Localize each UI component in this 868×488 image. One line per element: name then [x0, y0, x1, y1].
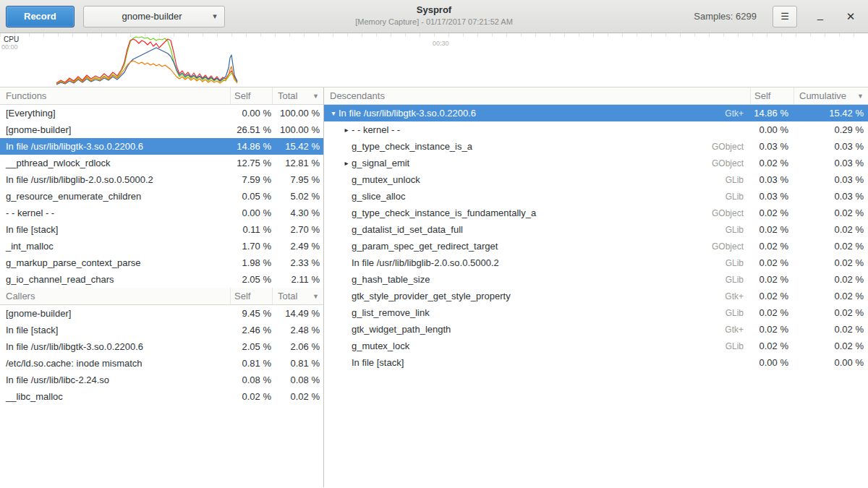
descendant-row[interactable]: g_type_check_instance_is_fundamentally_a…	[324, 205, 868, 221]
headerbar-right: Samples: 6299 ☰ – ✕	[694, 6, 868, 27]
self-percent: 0.02 %	[751, 158, 794, 168]
functions-column-header[interactable]: Functions	[0, 87, 231, 104]
descendant-row[interactable]: In file [stack]0.00 %0.00 %	[324, 354, 868, 371]
library-tag: Gtk+	[725, 291, 751, 301]
caller-row[interactable]: __libc_malloc0.02 %0.02 %	[0, 388, 323, 405]
total-percent: 5.02 %	[273, 191, 323, 202]
self-percent: 1.70 %	[231, 241, 273, 252]
self-percent: 0.08 %	[231, 374, 273, 385]
function-row[interactable]: [Everything]0.00 %100.00 %	[0, 105, 323, 121]
descendant-row[interactable]: g_param_spec_get_redirect_targetGObject0…	[324, 238, 868, 254]
descendant-row[interactable]: g_datalist_id_set_data_fullGLib0.02 %0.0…	[324, 221, 868, 238]
menu-button[interactable]: ☰	[773, 6, 797, 27]
caller-row[interactable]: In file [stack]2.46 %2.48 %	[0, 322, 323, 338]
cumulative-percent: 0.02 %	[794, 341, 868, 351]
functions-rows: [Everything]0.00 %100.00 %[gnome-builder…	[0, 105, 323, 288]
descendant-row[interactable]: gtk_widget_path_lengthGtk+0.02 %0.02 %	[324, 321, 868, 338]
sort-descending-icon: ▼	[857, 93, 864, 100]
descendant-name-cell: g_mutex_lockGLib	[324, 341, 751, 351]
self-percent: 0.05 %	[231, 191, 273, 202]
function-row[interactable]: [gnome-builder]26.51 %100.00 %	[0, 121, 323, 138]
function-row[interactable]: - - kernel - -0.00 %4.30 %	[0, 205, 323, 221]
total-percent: 100.00 %	[273, 124, 323, 135]
function-name: In file [stack]	[352, 357, 404, 368]
cumulative-percent: 0.02 %	[794, 274, 868, 285]
self-percent: 14.86 %	[231, 141, 273, 152]
cumulative-percent: 0.03 %	[794, 158, 868, 168]
function-row[interactable]: g_io_channel_read_chars2.05 %2.11 %	[0, 271, 323, 288]
sort-descending-icon: ▼	[312, 293, 319, 300]
descendant-name-cell: g_type_check_instance_is_aGObject	[324, 141, 751, 152]
descendant-row[interactable]: g_slice_allocGLib0.03 %0.03 %	[324, 188, 868, 205]
self-percent: 2.05 %	[231, 341, 273, 352]
app-subtitle: [Memory Capture] - 01/17/2017 07:21:52 A…	[355, 17, 513, 27]
close-button[interactable]: ✕	[843, 10, 858, 23]
cumulative-percent: 0.03 %	[794, 141, 868, 152]
caller-row[interactable]: In file /usr/lib/libgtk-3.so.0.2200.62.0…	[0, 338, 323, 355]
self-percent: 1.98 %	[231, 257, 273, 268]
self-percent: 0.02 %	[751, 307, 794, 318]
left-pane: Functions Self Total ▼ [Everything]0.00 …	[0, 87, 324, 487]
callers-self-column-header[interactable]: Self	[231, 288, 273, 304]
total-percent: 2.06 %	[273, 341, 323, 352]
caller-row[interactable]: [gnome-builder]9.45 %14.49 %	[0, 305, 323, 322]
headerbar: Record gnome-builder ▾ Sysprof [Memory C…	[0, 0, 868, 33]
descendant-row[interactable]: g_mutex_unlockGLib0.03 %0.03 %	[324, 171, 868, 188]
descendant-row[interactable]: g_hash_table_sizeGLib0.02 %0.02 %	[324, 271, 868, 288]
function-row[interactable]: g_markup_parse_context_parse1.98 %2.33 %	[0, 254, 323, 271]
cumulative-percent: 0.02 %	[794, 307, 868, 318]
descendant-row[interactable]: ▾In file /usr/lib/libgtk-3.so.0.2200.6Gt…	[324, 105, 868, 121]
descendants-cumulative-column-header[interactable]: Cumulative ▼	[794, 87, 868, 104]
descendants-self-column-header[interactable]: Self	[751, 87, 794, 104]
callers-total-column-header[interactable]: Total ▼	[273, 288, 323, 304]
functions-total-column-header[interactable]: Total ▼	[273, 87, 323, 104]
process-selector-label: gnome-builder	[91, 11, 213, 22]
function-name: In file /usr/lib/libc-2.24.so	[0, 374, 231, 385]
caller-row[interactable]: In file /usr/lib/libc-2.24.so0.08 %0.08 …	[0, 372, 323, 388]
function-row[interactable]: In file [stack]0.11 %2.70 %	[0, 221, 323, 238]
library-tag: GObject	[712, 208, 751, 218]
total-percent: 100.00 %	[273, 108, 323, 119]
descendant-row[interactable]: ▸g_signal_emitGObject0.02 %0.03 %	[324, 155, 868, 171]
record-button[interactable]: Record	[6, 6, 75, 27]
expander-closed-icon[interactable]: ▸	[341, 159, 352, 167]
total-percent: 2.48 %	[273, 325, 323, 335]
functions-self-column-header[interactable]: Self	[231, 87, 273, 104]
process-selector[interactable]: gnome-builder ▾	[83, 6, 225, 27]
hamburger-icon: ☰	[780, 11, 789, 22]
self-percent: 0.02 %	[751, 341, 794, 351]
library-tag: GLib	[726, 258, 751, 268]
self-percent: 0.02 %	[751, 291, 794, 301]
descendant-name-cell: g_hash_table_sizeGLib	[324, 274, 751, 285]
function-row[interactable]: __pthread_rwlock_rdlock12.75 %12.81 %	[0, 155, 323, 171]
descendant-name-cell: gtk_style_provider_get_style_propertyGtk…	[324, 291, 751, 301]
descendant-row[interactable]: In file /usr/lib/libglib-2.0.so.0.5000.2…	[324, 254, 868, 271]
function-name: In file [stack]	[0, 224, 231, 235]
cpu-timeline[interactable]: CPU 00:00 00:30	[0, 33, 868, 87]
function-name: g_param_spec_get_redirect_target	[352, 241, 498, 252]
descendant-row[interactable]: gtk_style_provider_get_style_propertyGtk…	[324, 288, 868, 304]
expander-open-icon[interactable]: ▾	[328, 109, 339, 117]
descendant-name-cell: gtk_widget_path_lengthGtk+	[324, 324, 751, 335]
descendant-row[interactable]: g_type_check_instance_is_aGObject0.03 %0…	[324, 138, 868, 155]
descendants-column-header[interactable]: Descendants	[324, 87, 751, 104]
function-name: [Everything]	[0, 108, 231, 119]
cumulative-percent: 0.02 %	[794, 324, 868, 335]
function-row[interactable]: In file /usr/lib/libgtk-3.so.0.2200.614.…	[0, 138, 323, 155]
function-name: gtk_widget_path_length	[352, 324, 451, 335]
total-percent: 2.70 %	[273, 224, 323, 235]
callers-column-header[interactable]: Callers	[0, 288, 231, 304]
descendant-row[interactable]: g_list_remove_linkGLib0.02 %0.02 %	[324, 304, 868, 321]
descendants-header: Descendants Self Cumulative ▼	[324, 87, 868, 105]
minimize-button[interactable]: –	[813, 10, 827, 22]
caller-row[interactable]: /etc/ld.so.cache: inode mismatch0.81 %0.…	[0, 355, 323, 372]
function-row[interactable]: g_resource_enumerate_children0.05 %5.02 …	[0, 188, 323, 205]
callers-total-label: Total	[278, 291, 297, 301]
function-row[interactable]: _int_malloc1.70 %2.49 %	[0, 238, 323, 254]
self-percent: 0.02 %	[751, 207, 794, 218]
function-row[interactable]: In file /usr/lib/libglib-2.0.so.0.5000.2…	[0, 171, 323, 188]
descendant-row[interactable]: g_mutex_lockGLib0.02 %0.02 %	[324, 338, 868, 354]
self-percent: 2.46 %	[231, 325, 273, 335]
descendant-row[interactable]: ▸- - kernel - -0.00 %0.29 %	[324, 121, 868, 138]
expander-closed-icon[interactable]: ▸	[341, 126, 352, 134]
